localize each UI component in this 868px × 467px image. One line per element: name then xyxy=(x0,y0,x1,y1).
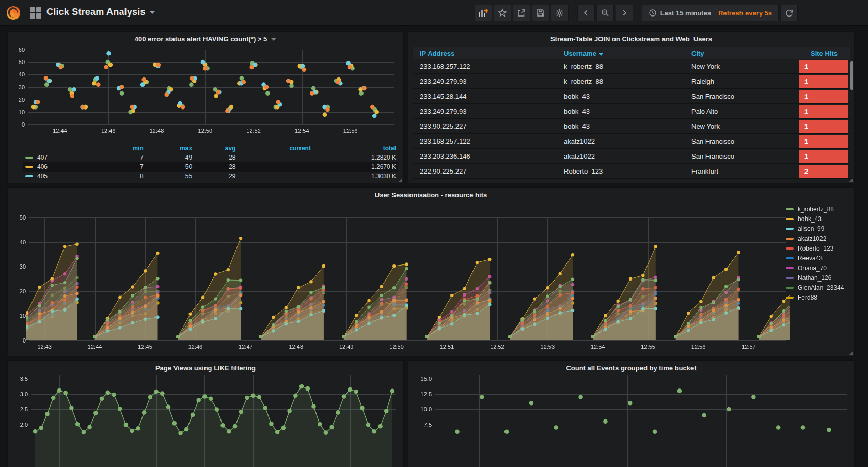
join-table-header-row: IP Address Username City Site Hits xyxy=(413,47,850,59)
column-header-ip[interactable]: IP Address xyxy=(413,50,564,57)
column-header-site-hits[interactable]: Site Hits xyxy=(798,50,850,57)
legend-series-toggle[interactable]: GlenAlan_23344 xyxy=(786,283,847,292)
top-navbar: Click Stream Analysis xyxy=(0,0,868,26)
cell-username: akatz1022 xyxy=(564,152,691,160)
panel-resize-handle[interactable] xyxy=(849,178,853,182)
time-range-label: Last 15 minutes xyxy=(660,9,711,17)
legend-series-toggle[interactable]: Reeva43 xyxy=(786,253,847,263)
grafana-dashboard: Click Stream Analysis xyxy=(0,0,868,467)
cell-site-hits: 1 xyxy=(798,134,850,149)
errors-scatter-chart[interactable] xyxy=(11,45,401,142)
site-hits-badge: 1 xyxy=(799,60,848,73)
zoom-out-icon xyxy=(601,8,610,18)
cell-ip: 222.90.225.227 xyxy=(413,167,564,175)
legend-header-current: current xyxy=(238,144,313,153)
legend-series-toggle[interactable]: bobk_43 xyxy=(786,214,847,224)
share-icon xyxy=(517,8,526,18)
legend-total-value: 1.3030 K xyxy=(313,172,398,181)
legend-series-toggle[interactable]: Nathan_126 xyxy=(786,273,847,283)
settings-button[interactable] xyxy=(551,5,569,21)
save-button[interactable] xyxy=(532,5,549,21)
panel-user-sessionisation: User Sessionisation - resource hits k_ro… xyxy=(7,187,855,356)
site-hits-badge: 1 xyxy=(799,120,848,133)
legend-current-value xyxy=(238,153,313,162)
cell-username: bobk_43 xyxy=(564,122,691,130)
column-header-username[interactable]: Username xyxy=(564,50,691,57)
series-color-swatch xyxy=(786,228,794,230)
cell-city: San Francisco xyxy=(691,152,798,160)
site-hits-badge: 1 xyxy=(799,150,848,163)
legend-series-toggle[interactable]: alison_99 xyxy=(786,224,847,234)
legend-row: 407749281.2820 K xyxy=(23,153,398,162)
legend-series-toggle[interactable]: 405 xyxy=(23,172,101,181)
series-color-swatch xyxy=(786,287,794,289)
panel-400-error-status: 400 error status alert HAVING count(*) >… xyxy=(7,31,404,183)
legend-series-toggle[interactable]: Oriana_70 xyxy=(786,263,847,273)
cell-site-hits: 2 xyxy=(798,164,850,179)
table-row: 233.168.257.122akatz1022San Francisco1 xyxy=(413,134,850,149)
refresh-button[interactable] xyxy=(780,5,798,21)
table-row: 233.203.236.146akatz1022San Francisco1 xyxy=(413,149,850,164)
series-color-swatch xyxy=(786,257,794,259)
sessionisation-chart[interactable] xyxy=(11,200,792,354)
cell-ip: 233.145.28.144 xyxy=(413,92,564,100)
series-color-swatch xyxy=(786,218,794,220)
legend-series-toggle[interactable]: 407 xyxy=(23,153,101,162)
cell-site-hits: 1 xyxy=(798,119,850,134)
legend-series-toggle[interactable]: k_robertz_88 xyxy=(786,204,847,214)
legend-series-toggle[interactable]: Roberto_123 xyxy=(786,243,847,253)
panel-page-views: Page Views using LIKE filtering xyxy=(7,360,404,467)
column-header-city[interactable]: City xyxy=(691,50,798,57)
zoom-out-button[interactable] xyxy=(596,5,614,21)
time-forward-button[interactable] xyxy=(616,5,633,21)
panel-resize-handle[interactable] xyxy=(399,178,402,182)
legend-header-row: min max avg current total xyxy=(23,144,398,153)
join-table-body: 233.168.257.122k_robertz_88New York1233.… xyxy=(413,59,850,179)
page-views-chart[interactable] xyxy=(11,375,401,467)
chevron-right-icon xyxy=(621,9,628,17)
time-range-picker[interactable]: Last 15 minutes Refresh every 5s xyxy=(642,5,779,21)
panel-title[interactable]: User Sessionisation - resource hits xyxy=(8,188,854,200)
event-counts-chart[interactable] xyxy=(412,375,852,467)
panel-title[interactable]: Page Views using LIKE filtering xyxy=(8,361,403,373)
series-color-swatch xyxy=(25,157,33,159)
legend-series-toggle[interactable]: 406 xyxy=(23,162,101,172)
dashboards-grid-icon[interactable] xyxy=(30,7,41,19)
panel-title[interactable]: Stream-Table JOIN on Clickstream and Web… xyxy=(408,32,854,44)
cell-city: Palo Alto xyxy=(691,107,798,115)
series-color-swatch xyxy=(786,208,794,210)
chevron-down-icon xyxy=(271,38,276,41)
series-color-swatch xyxy=(786,267,794,269)
series-color-swatch xyxy=(25,175,33,177)
panel-title[interactable]: Count all Events grouped by time bucket xyxy=(408,361,854,373)
sessionisation-legend: k_robertz_88bobk_43alison_99akatz1022Rob… xyxy=(786,204,847,302)
cell-site-hits: 1 xyxy=(798,104,850,119)
share-button[interactable] xyxy=(513,5,530,21)
time-back-button[interactable] xyxy=(577,5,595,21)
legend-row: 405855291.3030 K xyxy=(23,172,398,181)
add-panel-button[interactable] xyxy=(475,5,492,21)
legend-header-min: min xyxy=(101,144,145,153)
table-row: 233.249.279.93k_robertz_88Raleigh1 xyxy=(413,74,850,89)
table-scrollbar-thumb[interactable] xyxy=(850,61,853,90)
grafana-logo[interactable] xyxy=(5,5,22,21)
panel-resize-handle[interactable] xyxy=(849,351,853,355)
table-row: 222.90.225.227Roberto_123Frankfurt2 xyxy=(413,164,850,179)
legend-series-toggle[interactable]: Ferd88 xyxy=(786,292,847,302)
refresh-icon xyxy=(785,9,794,18)
legend-total-value: 1.2820 K xyxy=(313,153,398,162)
cell-site-hits: 1 xyxy=(798,59,850,74)
panel-title[interactable]: 400 error status alert HAVING count(*) >… xyxy=(8,32,403,44)
star-button[interactable] xyxy=(494,5,511,21)
panel-stream-table-join: Stream-Table JOIN on Clickstream and Web… xyxy=(408,31,855,183)
cell-username: k_robertz_88 xyxy=(564,63,691,70)
cell-ip: 233.249.279.93 xyxy=(413,77,564,85)
dashboard-title[interactable]: Click Stream Analysis xyxy=(46,7,155,18)
legend-avg-value: 28 xyxy=(194,162,238,172)
cell-ip: 233.168.257.122 xyxy=(413,137,564,145)
sort-caret-icon xyxy=(599,53,603,56)
cell-ip: 233.203.236.146 xyxy=(413,152,564,160)
legend-current-value xyxy=(238,162,313,172)
legend-series-toggle[interactable]: akatz1022 xyxy=(786,234,847,243)
legend-max-value: 50 xyxy=(146,162,194,172)
